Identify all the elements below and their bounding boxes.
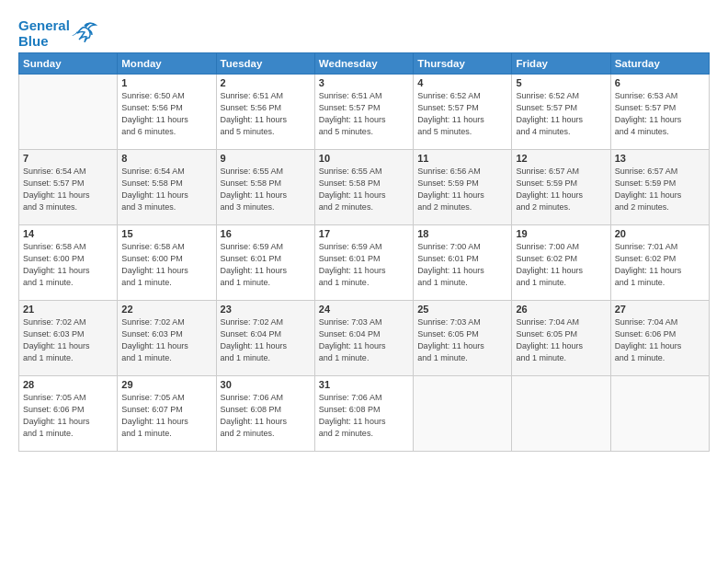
col-header-thursday: Thursday	[414, 53, 512, 75]
day-info: Sunrise: 7:03 AM Sunset: 6:04 PM Dayligh…	[319, 316, 409, 364]
day-info: Sunrise: 7:02 AM Sunset: 6:04 PM Dayligh…	[221, 316, 311, 364]
day-cell: 23Sunrise: 7:02 AM Sunset: 6:04 PM Dayli…	[216, 301, 314, 376]
day-cell: 22Sunrise: 7:02 AM Sunset: 6:03 PM Dayli…	[118, 301, 216, 376]
day-cell: 1Sunrise: 6:50 AM Sunset: 5:56 PM Daylig…	[118, 75, 216, 150]
day-info: Sunrise: 7:04 AM Sunset: 6:06 PM Dayligh…	[615, 316, 705, 364]
logo-text: General	[18, 18, 70, 34]
day-cell: 8Sunrise: 6:54 AM Sunset: 5:58 PM Daylig…	[118, 150, 216, 225]
day-number: 19	[516, 228, 606, 239]
day-info: Sunrise: 6:54 AM Sunset: 5:58 PM Dayligh…	[121, 166, 211, 213]
day-number: 11	[417, 153, 507, 164]
day-number: 17	[319, 228, 409, 239]
day-cell	[610, 376, 709, 452]
day-info: Sunrise: 7:05 AM Sunset: 6:07 PM Dayligh…	[121, 392, 211, 440]
day-cell: 14Sunrise: 6:58 AM Sunset: 6:00 PM Dayli…	[19, 225, 118, 301]
day-cell: 6Sunrise: 6:53 AM Sunset: 5:57 PM Daylig…	[610, 75, 709, 150]
day-number: 26	[516, 304, 606, 315]
col-header-wednesday: Wednesday	[314, 53, 413, 75]
day-info: Sunrise: 6:55 AM Sunset: 5:58 PM Dayligh…	[319, 166, 409, 213]
day-number: 10	[319, 153, 409, 164]
day-info: Sunrise: 7:02 AM Sunset: 6:03 PM Dayligh…	[121, 316, 211, 364]
day-number: 13	[615, 153, 705, 164]
page: General Blue SundayMondayTuesdayWednesda…	[0, 0, 728, 563]
day-cell: 18Sunrise: 7:00 AM Sunset: 6:01 PM Dayli…	[414, 225, 512, 301]
day-number: 14	[23, 228, 113, 239]
day-cell: 27Sunrise: 7:04 AM Sunset: 6:06 PM Dayli…	[610, 301, 709, 376]
header-row: SundayMondayTuesdayWednesdayThursdayFrid…	[19, 53, 710, 75]
day-cell: 25Sunrise: 7:03 AM Sunset: 6:05 PM Dayli…	[414, 301, 512, 376]
day-number: 3	[319, 77, 409, 88]
calendar-table: SundayMondayTuesdayWednesdayThursdayFrid…	[18, 52, 710, 452]
day-number: 22	[121, 304, 211, 315]
day-info: Sunrise: 7:06 AM Sunset: 6:08 PM Dayligh…	[319, 392, 409, 440]
day-info: Sunrise: 6:52 AM Sunset: 5:57 PM Dayligh…	[417, 90, 507, 138]
day-number: 31	[319, 379, 409, 390]
day-number: 23	[221, 304, 311, 315]
logo-bird-icon	[72, 22, 97, 42]
day-cell: 12Sunrise: 6:57 AM Sunset: 5:59 PM Dayli…	[512, 150, 610, 225]
day-number: 5	[516, 77, 606, 88]
day-cell: 30Sunrise: 7:06 AM Sunset: 6:08 PM Dayli…	[216, 376, 314, 452]
day-cell: 15Sunrise: 6:58 AM Sunset: 6:00 PM Dayli…	[118, 225, 216, 301]
logo: General Blue	[18, 18, 97, 49]
day-info: Sunrise: 6:54 AM Sunset: 5:57 PM Dayligh…	[23, 166, 113, 213]
col-header-friday: Friday	[512, 53, 610, 75]
week-row-3: 14Sunrise: 6:58 AM Sunset: 6:00 PM Dayli…	[19, 225, 710, 301]
day-info: Sunrise: 6:51 AM Sunset: 5:57 PM Dayligh…	[319, 90, 409, 138]
day-number: 8	[121, 153, 211, 164]
week-row-2: 7Sunrise: 6:54 AM Sunset: 5:57 PM Daylig…	[19, 150, 710, 225]
day-number: 12	[516, 153, 606, 164]
day-info: Sunrise: 6:58 AM Sunset: 6:00 PM Dayligh…	[23, 241, 113, 289]
logo-general: General	[18, 17, 70, 33]
day-info: Sunrise: 6:52 AM Sunset: 5:57 PM Dayligh…	[516, 90, 606, 138]
week-row-5: 28Sunrise: 7:05 AM Sunset: 6:06 PM Dayli…	[19, 376, 710, 452]
day-info: Sunrise: 7:02 AM Sunset: 6:03 PM Dayligh…	[23, 316, 113, 364]
day-cell: 11Sunrise: 6:56 AM Sunset: 5:59 PM Dayli…	[414, 150, 512, 225]
day-cell: 5Sunrise: 6:52 AM Sunset: 5:57 PM Daylig…	[512, 75, 610, 150]
day-cell: 21Sunrise: 7:02 AM Sunset: 6:03 PM Dayli…	[19, 301, 118, 376]
day-number: 4	[417, 77, 507, 88]
day-number: 9	[221, 153, 311, 164]
day-cell	[512, 376, 610, 452]
day-info: Sunrise: 7:04 AM Sunset: 6:05 PM Dayligh…	[516, 316, 606, 364]
day-cell	[414, 376, 512, 452]
col-header-sunday: Sunday	[19, 53, 118, 75]
day-info: Sunrise: 6:58 AM Sunset: 6:00 PM Dayligh…	[121, 241, 211, 289]
day-cell: 28Sunrise: 7:05 AM Sunset: 6:06 PM Dayli…	[19, 376, 118, 452]
day-cell: 31Sunrise: 7:06 AM Sunset: 6:08 PM Dayli…	[314, 376, 413, 452]
day-number: 28	[23, 379, 113, 390]
day-cell: 13Sunrise: 6:57 AM Sunset: 5:59 PM Dayli…	[610, 150, 709, 225]
day-number: 7	[23, 153, 113, 164]
day-info: Sunrise: 6:53 AM Sunset: 5:57 PM Dayligh…	[615, 90, 705, 138]
day-info: Sunrise: 7:06 AM Sunset: 6:08 PM Dayligh…	[221, 392, 311, 440]
day-info: Sunrise: 6:55 AM Sunset: 5:58 PM Dayligh…	[221, 166, 311, 213]
day-number: 6	[615, 77, 705, 88]
day-info: Sunrise: 7:05 AM Sunset: 6:06 PM Dayligh…	[23, 392, 113, 440]
day-cell: 9Sunrise: 6:55 AM Sunset: 5:58 PM Daylig…	[216, 150, 314, 225]
day-info: Sunrise: 6:51 AM Sunset: 5:56 PM Dayligh…	[221, 90, 311, 138]
day-cell: 24Sunrise: 7:03 AM Sunset: 6:04 PM Dayli…	[314, 301, 413, 376]
day-number: 1	[121, 77, 211, 88]
day-number: 27	[615, 304, 705, 315]
day-cell: 4Sunrise: 6:52 AM Sunset: 5:57 PM Daylig…	[414, 75, 512, 150]
day-info: Sunrise: 6:59 AM Sunset: 6:01 PM Dayligh…	[221, 241, 311, 289]
week-row-4: 21Sunrise: 7:02 AM Sunset: 6:03 PM Dayli…	[19, 301, 710, 376]
day-number: 25	[417, 304, 507, 315]
day-number: 24	[319, 304, 409, 315]
day-info: Sunrise: 7:00 AM Sunset: 6:01 PM Dayligh…	[417, 241, 507, 289]
day-number: 16	[221, 228, 311, 239]
header: General Blue	[18, 17, 710, 49]
day-cell: 16Sunrise: 6:59 AM Sunset: 6:01 PM Dayli…	[216, 225, 314, 301]
day-cell	[19, 75, 118, 150]
day-info: Sunrise: 7:00 AM Sunset: 6:02 PM Dayligh…	[516, 241, 606, 289]
day-number: 30	[221, 379, 311, 390]
day-cell: 10Sunrise: 6:55 AM Sunset: 5:58 PM Dayli…	[314, 150, 413, 225]
day-number: 21	[23, 304, 113, 315]
col-header-tuesday: Tuesday	[216, 53, 314, 75]
day-cell: 3Sunrise: 6:51 AM Sunset: 5:57 PM Daylig…	[314, 75, 413, 150]
col-header-monday: Monday	[118, 53, 216, 75]
day-cell: 7Sunrise: 6:54 AM Sunset: 5:57 PM Daylig…	[19, 150, 118, 225]
day-info: Sunrise: 6:57 AM Sunset: 5:59 PM Dayligh…	[615, 166, 705, 213]
week-row-1: 1Sunrise: 6:50 AM Sunset: 5:56 PM Daylig…	[19, 75, 710, 150]
day-info: Sunrise: 7:03 AM Sunset: 6:05 PM Dayligh…	[417, 316, 507, 364]
